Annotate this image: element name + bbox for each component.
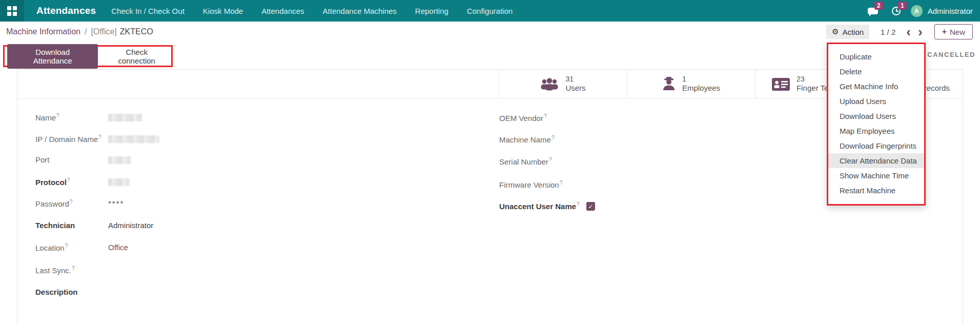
help-icon: ? [577,201,580,207]
dropdown-item-upload-users[interactable]: Upload Users [828,94,924,109]
user-name[interactable]: Administrator [928,7,973,15]
help-icon: ? [544,113,547,119]
stat-employees-count: 1 [682,75,720,84]
redacted-value [108,178,130,186]
dropdown-item-clear-attendance-data[interactable]: Clear Attendance Data [828,153,924,168]
field-label: Port [35,155,108,164]
menu-kiosk-mode[interactable]: Kiosk Mode [203,7,243,15]
annotation-box-action-menu: Duplicate Delete Get Machine Info Upload… [827,43,926,206]
field-label: Protocol? [35,177,108,187]
download-attendance-button[interactable]: Download Attendance [7,44,98,69]
top-navbar: Attendances Check In / Check Out Kiosk M… [0,0,980,22]
apps-grid-icon [7,6,17,16]
breadcrumb-separator: / [85,27,87,36]
plus-icon: + [942,27,947,36]
record-form: Name? IP / Domain Name? Port Protocol? P… [17,99,963,325]
id-card-icon [772,77,790,91]
menu-attendance-machines[interactable]: Attendance Machines [323,7,397,15]
stat-button-row: 31 Users 1 Employees [17,70,963,99]
breadcrumb-parent-link[interactable]: Machine Information [6,27,80,36]
field-label: Location? [35,243,108,252]
stat-text: 1 Employees [682,75,720,93]
gear-icon: ⚙ [832,27,839,36]
menu-check-in-out[interactable]: Check In / Check Out [111,7,185,15]
dropdown-item-show-machine-time[interactable]: Show Machine Time [828,168,924,183]
messages-button[interactable]: 2 [864,4,882,18]
field-row-oem-vendor: OEM Vendor? [499,113,586,123]
dropdown-item-map-employees[interactable]: Map Employees [828,124,924,138]
field-row-unaccent-user-name: Unaccent User Name? ✓ [499,201,595,211]
field-row-serial-number: Serial Number? [499,157,586,166]
activities-badge: 1 [898,2,907,10]
field-row-firmware-version: Firmware Version? [499,180,586,189]
stat-users-count: 31 [565,75,585,84]
field-label: Last Sync.? [35,266,108,275]
help-icon: ? [67,177,70,183]
help-icon: ? [56,113,59,118]
field-label: Technician [35,221,108,230]
dropdown-item-download-fingerprints[interactable]: Download Fingerprints [828,138,924,153]
stat-users-label: Users [565,84,585,93]
user-avatar[interactable]: A [911,5,923,17]
action-menu-button[interactable]: ⚙ Action [826,25,869,39]
unaccent-user-name-checkbox[interactable]: ✓ [586,202,595,211]
redacted-value [108,114,142,121]
check-connection-button[interactable]: Check connection [102,44,171,69]
menu-attendances[interactable]: Attendances [261,7,304,15]
new-button-label: New [950,28,965,36]
pager-previous-button[interactable]: ‹ [903,27,914,37]
menu-reporting[interactable]: Reporting [415,7,448,15]
field-label: Firmware Version? [499,180,586,189]
record-pager: 1 / 2 [881,28,895,36]
dropdown-item-restart-machine[interactable]: Restart Machine [828,183,924,198]
employee-icon [662,77,676,91]
breadcrumb-record-name: ZKTECO [120,27,153,36]
technician-value: Administrator [108,221,153,230]
field-row-location: Location? Office [35,243,128,252]
field-label: Password? [35,199,108,208]
stat-button-users[interactable]: 31 Users [499,70,627,98]
stat-employees-label: Employees [682,84,720,93]
new-record-button[interactable]: + New [934,24,973,39]
field-label: IP / Domain Name? [35,134,108,144]
field-label: Serial Number? [499,157,586,166]
app-title: Attendances [36,5,96,16]
status-ribbon: CANCELLED [927,51,975,58]
field-row-ip-domain: IP / Domain Name? [35,134,159,144]
field-label: OEM Vendor? [499,113,586,123]
users-group-icon [540,77,559,91]
help-icon: ? [552,135,555,140]
dropdown-item-duplicate[interactable]: Duplicate [828,49,924,64]
help-icon: ? [70,199,73,205]
help-icon: ? [98,134,101,140]
dropdown-item-get-machine-info[interactable]: Get Machine Info [828,79,924,94]
help-icon: ? [560,180,563,186]
dropdown-item-download-users[interactable]: Download Users [828,109,924,124]
help-icon: ? [65,243,68,249]
control-panel: Machine Information / [Office] ZKTECO ⚙ … [0,22,980,42]
apps-menu-button[interactable] [0,0,24,22]
menu-configuration[interactable]: Configuration [467,7,513,15]
field-row-machine-name: Machine Name? [499,135,586,144]
field-row-name: Name? [35,113,142,122]
field-row-port: Port [35,155,131,164]
field-row-password: Password? **** [35,199,124,208]
field-row-description: Description [35,288,108,296]
help-icon: ? [72,266,75,271]
field-label: Name? [35,113,108,122]
location-link[interactable]: Office [108,243,128,252]
stat-button-employees[interactable]: 1 Employees [627,70,755,98]
field-row-last-sync: Last Sync.? [35,266,108,275]
dropdown-item-delete[interactable]: Delete [828,64,924,79]
field-label: Unaccent User Name? [499,201,586,211]
activities-button[interactable]: 1 [887,4,906,18]
main-menu: Check In / Check Out Kiosk Mode Attendan… [111,7,513,15]
pager-next-button[interactable]: › [914,27,926,37]
messages-badge: 2 [874,2,883,10]
annotation-box-header-buttons: Download Attendance Check connection [3,45,173,67]
navbar-right: 2 1 A Administrator [864,4,980,18]
field-label: Machine Name? [499,135,586,144]
check-icon: ✓ [588,203,593,210]
password-value: **** [108,199,124,208]
field-label: Description [35,288,108,296]
